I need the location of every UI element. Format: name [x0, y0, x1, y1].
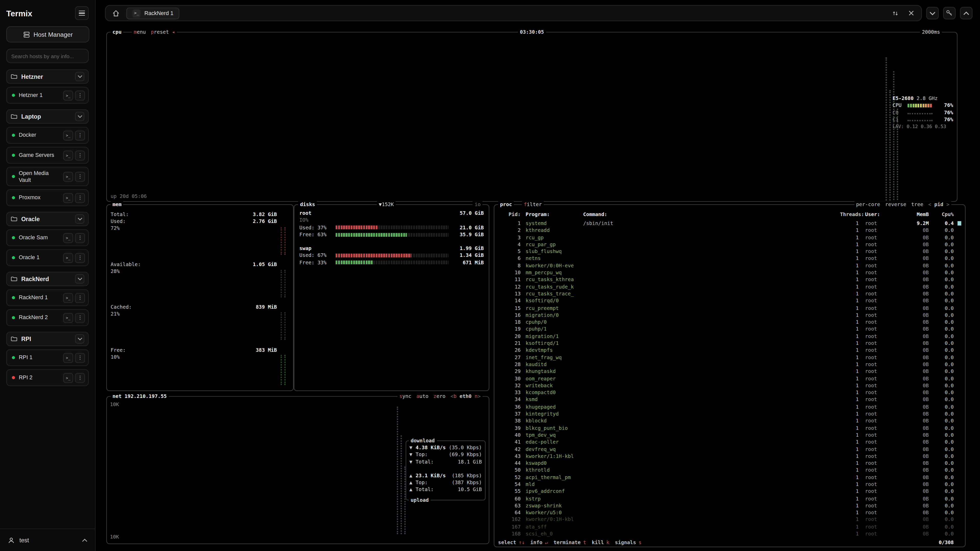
close-button[interactable] — [906, 7, 917, 19]
group-collapse-button[interactable] — [75, 274, 84, 284]
process-row[interactable]: 38kblockd1root0B0.0 — [494, 418, 965, 425]
host-connect-button[interactable]: >_ — [63, 253, 73, 263]
host-item[interactable]: Docker>_⋮ — [6, 127, 89, 144]
host-item[interactable]: Game Servers>_⋮ — [6, 147, 89, 164]
process-row[interactable]: 63zswap-shrink1root0B0.0 — [494, 502, 965, 510]
process-row[interactable]: 5slub_flushwq1root0B0.0 — [494, 248, 965, 256]
group-collapse-button[interactable] — [75, 72, 84, 81]
process-row[interactable]: 28kauditd1root0B0.0 — [494, 361, 965, 368]
group-header[interactable]: Laptop — [6, 110, 89, 124]
process-row[interactable]: 34ksmd1root0B0.0 — [494, 396, 965, 403]
host-item[interactable]: RPI 2>_⋮ — [6, 369, 89, 386]
proc-sort-selector[interactable]: < pid > — [928, 201, 950, 208]
process-row[interactable]: 40tpm_dev_wq1root0B0.0 — [494, 432, 965, 439]
host-menu-button[interactable]: ⋮ — [75, 373, 85, 383]
process-row[interactable]: 1systemd/sbin/init1root9.2M0.4 — [494, 220, 965, 227]
net-zero-toggle[interactable]: zero — [433, 393, 445, 400]
host-menu-button[interactable]: ⋮ — [75, 171, 85, 181]
process-row[interactable]: 27inet_frag_wq1root0B0.0 — [494, 354, 965, 361]
process-row[interactable]: 2kthreadd1root0B0.0 — [494, 227, 965, 234]
group-collapse-button[interactable] — [75, 112, 84, 121]
host-item[interactable]: Open Media Vault>_⋮ — [6, 167, 89, 186]
sidebar-footer[interactable]: test — [0, 529, 95, 551]
process-row[interactable]: 37kintegrityd1root0B0.0 — [494, 410, 965, 418]
proc-percore-toggle[interactable]: per-core — [856, 201, 880, 208]
process-row[interactable]: 64kworker/u5:01root0B0.0 — [494, 509, 965, 516]
host-connect-button[interactable]: >_ — [63, 293, 73, 303]
process-row[interactable]: 55ipv6_addrconf1root0B0.0 — [494, 488, 965, 495]
group-collapse-button[interactable] — [75, 214, 84, 224]
proc-filter-button[interactable]: filter — [522, 201, 544, 208]
host-connect-button[interactable]: >_ — [63, 150, 73, 160]
group-header[interactable]: RackNerd — [6, 272, 89, 286]
net-auto-toggle[interactable]: auto — [417, 393, 428, 400]
process-row[interactable]: 50kthrotld1root0B0.0 — [494, 467, 965, 474]
process-row[interactable]: 10mm_percpu_wq1root0B0.0 — [494, 269, 965, 276]
process-row[interactable]: 36khugepaged1root0B0.0 — [494, 403, 965, 410]
host-item[interactable]: Oracle Sam>_⋮ — [6, 229, 89, 246]
process-row[interactable]: 60kstrp1root0B0.0 — [494, 495, 965, 502]
process-row[interactable]: 3rcu_gp1root0B0.0 — [494, 234, 965, 241]
menu-button[interactable]: menu — [134, 29, 146, 36]
host-item[interactable]: Oracle 1>_⋮ — [6, 249, 89, 266]
home-button[interactable] — [110, 7, 121, 19]
process-row[interactable]: 30oom_reaper1root0B0.0 — [494, 375, 965, 383]
search-input[interactable] — [6, 49, 89, 63]
group-header[interactable]: RPI — [6, 332, 89, 346]
host-menu-button[interactable]: ⋮ — [75, 253, 85, 263]
swap-arrows-button[interactable] — [889, 7, 900, 19]
host-connect-button[interactable]: >_ — [63, 130, 73, 140]
host-item[interactable]: Hetzner 1>_⋮ — [6, 87, 89, 103]
host-menu-button[interactable]: ⋮ — [75, 150, 85, 160]
host-menu-button[interactable]: ⋮ — [75, 293, 85, 303]
process-row[interactable]: 6netns1root0B0.0 — [494, 255, 965, 262]
host-connect-button[interactable]: >_ — [63, 193, 73, 203]
group-collapse-button[interactable] — [75, 334, 84, 344]
process-row[interactable]: 26kdevtmpfs1root0B0.0 — [494, 347, 965, 354]
tab-racknerd-1[interactable]: >_ RackNerd 1 — [126, 7, 180, 19]
host-item[interactable]: RackNerd 1>_⋮ — [6, 289, 89, 306]
process-row[interactable]: 21ksoftirqd/11root0B0.0 — [494, 340, 965, 347]
host-connect-button[interactable]: >_ — [63, 373, 73, 383]
panel-down-button[interactable] — [926, 7, 939, 19]
process-row[interactable]: 43kworker/1:1H-kbl1root0B0.0 — [494, 453, 965, 460]
process-row[interactable]: 20migration/11root0B0.0 — [494, 333, 965, 340]
host-item[interactable]: RPI 1>_⋮ — [6, 349, 89, 366]
process-row[interactable]: 12rcu_tasks_rude_k1root0B0.0 — [494, 283, 965, 291]
net-interface-switcher[interactable]: <b eth0 n> — [450, 393, 480, 400]
host-connect-button[interactable]: >_ — [63, 313, 73, 323]
host-item[interactable]: RackNerd 2>_⋮ — [6, 309, 89, 326]
host-connect-button[interactable]: >_ — [63, 90, 73, 100]
process-row[interactable]: 11rcu_tasks_kthrea1root0B0.0 — [494, 276, 965, 283]
process-row[interactable]: 8kworker/0:0H-eve1root0B0.0 — [494, 262, 965, 269]
net-sync-toggle[interactable]: sync — [399, 393, 411, 400]
sidebar-menu-button[interactable] — [75, 6, 89, 20]
process-row[interactable]: 4rcu_par_gp1root0B0.0 — [494, 241, 965, 248]
process-row[interactable]: 18cpuhp/01root0B0.0 — [494, 319, 965, 326]
proc-hotkey[interactable]: killk — [592, 539, 609, 546]
process-row[interactable]: 32writeback1root0B0.0 — [494, 382, 965, 389]
host-menu-button[interactable]: ⋮ — [75, 233, 85, 243]
host-menu-button[interactable]: ⋮ — [75, 90, 85, 100]
host-menu-button[interactable]: ⋮ — [75, 353, 85, 363]
group-header[interactable]: Hetzner — [6, 69, 89, 84]
update-interval[interactable]: 2000ms — [920, 29, 942, 36]
proc-hotkey[interactable]: select↑↓ — [498, 539, 525, 546]
process-row[interactable]: 42devfreq_wq1root0B0.0 — [494, 446, 965, 453]
host-menu-button[interactable]: ⋮ — [75, 130, 85, 140]
process-row[interactable]: 15rcu_preempt1root0B0.0 — [494, 305, 965, 312]
host-connect-button[interactable]: >_ — [63, 353, 73, 363]
panel-up-button[interactable] — [960, 7, 973, 19]
terminal[interactable]: cpu menu preset ◂ 03:30:05 2000ms E5-268… — [105, 24, 972, 551]
ssh-keys-button[interactable] — [943, 7, 956, 19]
host-connect-button[interactable]: >_ — [63, 233, 73, 243]
process-row[interactable]: 54mld1root0B0.0 — [494, 481, 965, 488]
host-manager-button[interactable]: Host Manager — [6, 26, 89, 43]
process-row[interactable]: 162kworker/0:1H-kbl1root0B0.0 — [494, 516, 965, 524]
host-menu-button[interactable]: ⋮ — [75, 193, 85, 203]
process-row[interactable]: 168scsi_eh_01root0B0.0 — [494, 530, 965, 537]
process-row[interactable]: 167ata_sff1root0B0.0 — [494, 524, 965, 530]
proc-hotkey[interactable]: terminatet — [554, 539, 586, 546]
host-menu-button[interactable]: ⋮ — [75, 313, 85, 323]
preset-button[interactable]: preset ◂ — [151, 29, 175, 36]
